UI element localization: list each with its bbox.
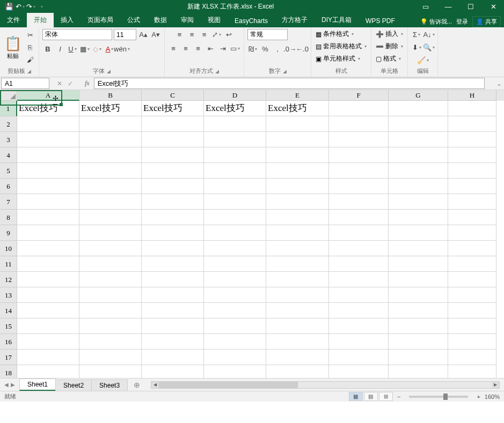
page-layout-view-icon[interactable]: ▤: [364, 392, 378, 401]
cell-A6[interactable]: [17, 179, 79, 194]
cell-E5[interactable]: [266, 163, 329, 179]
tab-fangfang[interactable]: 方方格子: [275, 13, 315, 27]
qat-more-icon[interactable]: ▾: [36, 2, 46, 12]
cell-G4[interactable]: [389, 147, 448, 163]
cell-F7[interactable]: [329, 194, 389, 210]
row-header-6[interactable]: 6: [0, 179, 17, 194]
increase-indent-icon[interactable]: ⇥: [217, 43, 228, 54]
font-name-input[interactable]: [42, 29, 112, 40]
cell-D8[interactable]: [204, 210, 266, 225]
decrease-decimal-icon[interactable]: ←.0: [297, 43, 308, 54]
cell-F18[interactable]: [329, 365, 389, 378]
minimize-icon[interactable]: —: [437, 0, 459, 13]
sort-filter-icon[interactable]: A↓▾: [423, 29, 434, 40]
merge-center-icon[interactable]: ▭▾: [230, 43, 240, 54]
align-middle-icon[interactable]: ≡: [187, 29, 198, 40]
comma-icon[interactable]: ,: [272, 43, 283, 54]
formula-bar[interactable]: [94, 78, 485, 89]
cell-F6[interactable]: [329, 179, 389, 194]
cell-E17[interactable]: [266, 350, 329, 365]
cut-icon[interactable]: ✂: [25, 30, 35, 41]
cell-D11[interactable]: [204, 256, 266, 272]
increase-font-icon[interactable]: A▴: [138, 29, 149, 40]
fill-color-button[interactable]: ◇▾: [92, 43, 103, 54]
row-header-2[interactable]: 2: [0, 116, 17, 132]
cell-H9[interactable]: [448, 225, 496, 241]
tab-easycharts[interactable]: EasyCharts: [228, 14, 275, 27]
cell-C9[interactable]: [142, 225, 204, 241]
cell-C1[interactable]: Excel技巧: [142, 101, 204, 116]
cell-H12[interactable]: [448, 272, 496, 287]
cell-H2[interactable]: [448, 116, 496, 132]
cell-D9[interactable]: [204, 225, 266, 241]
row-header-4[interactable]: 4: [0, 147, 17, 163]
cell-H7[interactable]: [448, 194, 496, 210]
cell-H5[interactable]: [448, 163, 496, 179]
cell-H15[interactable]: [448, 318, 496, 334]
cell-B9[interactable]: [79, 225, 142, 241]
border-button[interactable]: ▦▾: [79, 43, 90, 54]
redo-icon[interactable]: ↷▾: [26, 2, 35, 12]
tab-diy[interactable]: DIY工具箱: [315, 13, 359, 27]
cell-B10[interactable]: [79, 241, 142, 256]
cell-A14[interactable]: [17, 303, 79, 318]
cell-A7[interactable]: [17, 194, 79, 210]
row-header-8[interactable]: 8: [0, 210, 17, 225]
cell-A12[interactable]: [17, 272, 79, 287]
currency-icon[interactable]: ₪▾: [247, 43, 258, 54]
row-header-17[interactable]: 17: [0, 350, 17, 365]
cell-E1[interactable]: Excel技巧: [266, 101, 329, 116]
zoom-level[interactable]: 160%: [485, 394, 500, 400]
cell-H10[interactable]: [448, 241, 496, 256]
zoom-in-icon[interactable]: +: [473, 394, 483, 400]
cell-D6[interactable]: [204, 179, 266, 194]
cell-G11[interactable]: [389, 256, 448, 272]
italic-button[interactable]: I: [55, 43, 65, 54]
column-header-C[interactable]: C: [142, 90, 204, 101]
maximize-icon[interactable]: ☐: [460, 0, 481, 13]
cell-G14[interactable]: [389, 303, 448, 318]
column-header-H[interactable]: H: [448, 90, 496, 101]
cell-A15[interactable]: [17, 318, 79, 334]
cell-C11[interactable]: [142, 256, 204, 272]
row-header-15[interactable]: 15: [0, 318, 17, 334]
cell-B15[interactable]: [79, 318, 142, 334]
cell-G2[interactable]: [389, 116, 448, 132]
cell-D18[interactable]: [204, 365, 266, 378]
cell-A3[interactable]: [17, 132, 79, 147]
hscroll-left-icon[interactable]: ◀: [151, 382, 159, 388]
cell-G12[interactable]: [389, 272, 448, 287]
cell-C8[interactable]: [142, 210, 204, 225]
cell-G13[interactable]: [389, 287, 448, 303]
cell-E12[interactable]: [266, 272, 329, 287]
cell-A11[interactable]: [17, 256, 79, 272]
autosum-icon[interactable]: Σ▾: [411, 29, 422, 40]
column-header-B[interactable]: B: [79, 90, 142, 101]
cell-A17[interactable]: [17, 350, 79, 365]
cell-E8[interactable]: [266, 210, 329, 225]
cell-C18[interactable]: [142, 365, 204, 378]
cell-A5[interactable]: [17, 163, 79, 179]
align-center-icon[interactable]: ≡: [180, 43, 191, 54]
expand-formula-icon[interactable]: ⌄: [494, 80, 504, 87]
close-icon[interactable]: ✕: [483, 0, 504, 13]
row-header-11[interactable]: 11: [0, 256, 17, 272]
cell-A4[interactable]: [17, 147, 79, 163]
cell-A10[interactable]: [17, 241, 79, 256]
cell-B3[interactable]: [79, 132, 142, 147]
cell-H8[interactable]: [448, 210, 496, 225]
align-top-icon[interactable]: ≡: [174, 29, 185, 40]
cell-D17[interactable]: [204, 350, 266, 365]
cell-D13[interactable]: [204, 287, 266, 303]
fill-icon[interactable]: ⬇▾: [411, 42, 422, 53]
cell-B7[interactable]: [79, 194, 142, 210]
sheet-tab-sheet3[interactable]: Sheet3: [91, 380, 128, 391]
cell-F4[interactable]: [329, 147, 389, 163]
increase-decimal-icon[interactable]: .0→: [284, 43, 295, 54]
cell-E13[interactable]: [266, 287, 329, 303]
cell-H4[interactable]: [448, 147, 496, 163]
cell-A18[interactable]: [17, 365, 79, 378]
cell-H17[interactable]: [448, 350, 496, 365]
hscroll-right-icon[interactable]: ▶: [492, 382, 499, 388]
cell-E6[interactable]: [266, 179, 329, 194]
